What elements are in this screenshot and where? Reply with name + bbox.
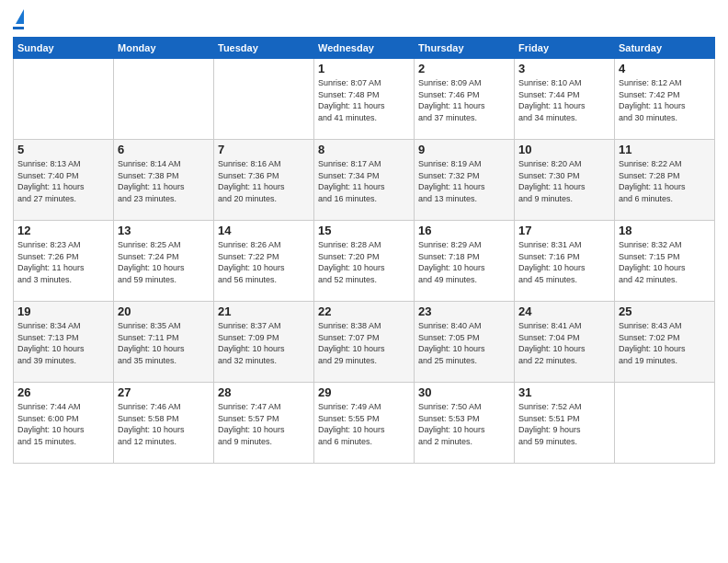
day-info: Sunrise: 8:07 AMSunset: 7:48 PMDaylight:… xyxy=(318,77,410,123)
day-number: 21 xyxy=(218,304,310,318)
day-info: Sunrise: 8:20 AMSunset: 7:30 PMDaylight:… xyxy=(518,158,610,204)
calendar-body: 1Sunrise: 8:07 AMSunset: 7:48 PMDaylight… xyxy=(14,59,715,464)
weekday-header-row: SundayMondayTuesdayWednesdayThursdayFrid… xyxy=(14,38,715,59)
day-info: Sunrise: 7:50 AMSunset: 5:53 PMDaylight:… xyxy=(418,401,510,447)
day-info: Sunrise: 8:14 AMSunset: 7:38 PMDaylight:… xyxy=(118,158,210,204)
day-info: Sunrise: 8:09 AMSunset: 7:46 PMDaylight:… xyxy=(418,77,510,123)
day-number: 29 xyxy=(318,385,410,399)
day-number: 13 xyxy=(118,224,210,237)
calendar-cell: 14Sunrise: 8:26 AMSunset: 7:22 PMDayligh… xyxy=(214,221,314,302)
weekday-sunday: Sunday xyxy=(14,38,114,59)
day-number: 22 xyxy=(318,304,410,318)
logo-triangle-icon xyxy=(16,9,24,24)
calendar-cell: 30Sunrise: 7:50 AMSunset: 5:53 PMDayligh… xyxy=(415,383,515,464)
day-number: 4 xyxy=(619,62,711,75)
calendar-week-2: 5Sunrise: 8:13 AMSunset: 7:40 PMDaylight… xyxy=(14,140,715,221)
day-number: 23 xyxy=(418,304,510,318)
weekday-thursday: Thursday xyxy=(415,38,515,59)
day-info: Sunrise: 8:22 AMSunset: 7:28 PMDaylight:… xyxy=(619,158,711,204)
calendar-week-1: 1Sunrise: 8:07 AMSunset: 7:48 PMDaylight… xyxy=(14,59,715,140)
day-number: 9 xyxy=(418,143,510,156)
calendar-cell xyxy=(14,59,114,140)
calendar-cell: 3Sunrise: 8:10 AMSunset: 7:44 PMDaylight… xyxy=(515,59,615,140)
calendar-cell: 26Sunrise: 7:44 AMSunset: 6:00 PMDayligh… xyxy=(14,383,114,464)
day-info: Sunrise: 8:37 AMSunset: 7:09 PMDaylight:… xyxy=(218,320,310,366)
day-info: Sunrise: 8:19 AMSunset: 7:32 PMDaylight:… xyxy=(418,158,510,204)
day-number: 31 xyxy=(518,385,610,399)
calendar-cell: 1Sunrise: 8:07 AMSunset: 7:48 PMDaylight… xyxy=(314,59,415,140)
calendar-week-4: 19Sunrise: 8:34 AMSunset: 7:13 PMDayligh… xyxy=(14,302,715,383)
calendar-cell xyxy=(615,383,715,464)
day-number: 8 xyxy=(318,143,410,156)
calendar-cell: 31Sunrise: 7:52 AMSunset: 5:51 PMDayligh… xyxy=(515,383,615,464)
weekday-friday: Friday xyxy=(515,38,615,59)
calendar-cell: 16Sunrise: 8:29 AMSunset: 7:18 PMDayligh… xyxy=(415,221,515,302)
day-info: Sunrise: 8:31 AMSunset: 7:16 PMDaylight:… xyxy=(518,239,610,285)
calendar-cell: 2Sunrise: 8:09 AMSunset: 7:46 PMDaylight… xyxy=(415,59,515,140)
calendar-week-3: 12Sunrise: 8:23 AMSunset: 7:26 PMDayligh… xyxy=(14,221,715,302)
day-info: Sunrise: 8:34 AMSunset: 7:13 PMDaylight:… xyxy=(17,320,109,366)
logo-underline xyxy=(13,27,24,29)
calendar-cell: 18Sunrise: 8:32 AMSunset: 7:15 PMDayligh… xyxy=(615,221,715,302)
day-number: 6 xyxy=(118,143,210,156)
calendar-cell: 12Sunrise: 8:23 AMSunset: 7:26 PMDayligh… xyxy=(14,221,114,302)
day-number: 14 xyxy=(218,224,310,237)
day-info: Sunrise: 8:40 AMSunset: 7:05 PMDaylight:… xyxy=(418,320,510,366)
day-number: 11 xyxy=(619,143,711,156)
day-number: 17 xyxy=(518,224,610,237)
calendar-cell: 24Sunrise: 8:41 AMSunset: 7:04 PMDayligh… xyxy=(515,302,615,383)
page-container: SundayMondayTuesdayWednesdayThursdayFrid… xyxy=(0,0,728,473)
calendar-cell: 17Sunrise: 8:31 AMSunset: 7:16 PMDayligh… xyxy=(515,221,615,302)
day-number: 16 xyxy=(418,224,510,237)
day-number: 20 xyxy=(118,304,210,318)
day-info: Sunrise: 8:12 AMSunset: 7:42 PMDaylight:… xyxy=(619,77,711,123)
weekday-tuesday: Tuesday xyxy=(214,38,314,59)
day-number: 25 xyxy=(619,304,711,318)
calendar-table: SundayMondayTuesdayWednesdayThursdayFrid… xyxy=(13,37,715,464)
calendar-cell: 23Sunrise: 8:40 AMSunset: 7:05 PMDayligh… xyxy=(415,302,515,383)
calendar-header: SundayMondayTuesdayWednesdayThursdayFrid… xyxy=(14,38,715,59)
day-info: Sunrise: 7:47 AMSunset: 5:57 PMDaylight:… xyxy=(218,401,310,447)
header xyxy=(13,9,715,29)
calendar-cell: 4Sunrise: 8:12 AMSunset: 7:42 PMDaylight… xyxy=(615,59,715,140)
day-info: Sunrise: 7:49 AMSunset: 5:55 PMDaylight:… xyxy=(318,401,410,447)
day-info: Sunrise: 8:23 AMSunset: 7:26 PMDaylight:… xyxy=(17,239,109,285)
calendar-cell xyxy=(214,59,314,140)
day-info: Sunrise: 7:52 AMSunset: 5:51 PMDaylight:… xyxy=(518,401,610,447)
calendar-cell: 22Sunrise: 8:38 AMSunset: 7:07 PMDayligh… xyxy=(314,302,415,383)
calendar-cell: 6Sunrise: 8:14 AMSunset: 7:38 PMDaylight… xyxy=(114,140,214,221)
day-info: Sunrise: 8:29 AMSunset: 7:18 PMDaylight:… xyxy=(418,239,510,285)
day-number: 2 xyxy=(418,62,510,75)
logo xyxy=(13,9,24,29)
calendar-cell: 5Sunrise: 8:13 AMSunset: 7:40 PMDaylight… xyxy=(14,140,114,221)
day-info: Sunrise: 8:26 AMSunset: 7:22 PMDaylight:… xyxy=(218,239,310,285)
day-number: 5 xyxy=(17,143,109,156)
day-info: Sunrise: 8:10 AMSunset: 7:44 PMDaylight:… xyxy=(518,77,610,123)
calendar-cell: 20Sunrise: 8:35 AMSunset: 7:11 PMDayligh… xyxy=(114,302,214,383)
calendar-cell xyxy=(114,59,214,140)
calendar-week-5: 26Sunrise: 7:44 AMSunset: 6:00 PMDayligh… xyxy=(14,383,715,464)
weekday-saturday: Saturday xyxy=(615,38,715,59)
day-number: 12 xyxy=(17,224,109,237)
day-number: 1 xyxy=(318,62,410,75)
day-info: Sunrise: 8:43 AMSunset: 7:02 PMDaylight:… xyxy=(619,320,711,366)
day-number: 28 xyxy=(218,385,310,399)
day-number: 7 xyxy=(218,143,310,156)
calendar-cell: 9Sunrise: 8:19 AMSunset: 7:32 PMDaylight… xyxy=(415,140,515,221)
day-info: Sunrise: 8:32 AMSunset: 7:15 PMDaylight:… xyxy=(619,239,711,285)
day-info: Sunrise: 7:46 AMSunset: 5:58 PMDaylight:… xyxy=(118,401,210,447)
calendar-cell: 29Sunrise: 7:49 AMSunset: 5:55 PMDayligh… xyxy=(314,383,415,464)
day-number: 24 xyxy=(518,304,610,318)
day-info: Sunrise: 7:44 AMSunset: 6:00 PMDaylight:… xyxy=(17,401,109,447)
day-info: Sunrise: 8:35 AMSunset: 7:11 PMDaylight:… xyxy=(118,320,210,366)
day-number: 10 xyxy=(518,143,610,156)
weekday-monday: Monday xyxy=(114,38,214,59)
calendar-cell: 27Sunrise: 7:46 AMSunset: 5:58 PMDayligh… xyxy=(114,383,214,464)
day-info: Sunrise: 8:25 AMSunset: 7:24 PMDaylight:… xyxy=(118,239,210,285)
day-info: Sunrise: 8:16 AMSunset: 7:36 PMDaylight:… xyxy=(218,158,310,204)
day-info: Sunrise: 8:28 AMSunset: 7:20 PMDaylight:… xyxy=(318,239,410,285)
calendar-cell: 15Sunrise: 8:28 AMSunset: 7:20 PMDayligh… xyxy=(314,221,415,302)
calendar-cell: 11Sunrise: 8:22 AMSunset: 7:28 PMDayligh… xyxy=(615,140,715,221)
day-info: Sunrise: 8:17 AMSunset: 7:34 PMDaylight:… xyxy=(318,158,410,204)
calendar-cell: 8Sunrise: 8:17 AMSunset: 7:34 PMDaylight… xyxy=(314,140,415,221)
